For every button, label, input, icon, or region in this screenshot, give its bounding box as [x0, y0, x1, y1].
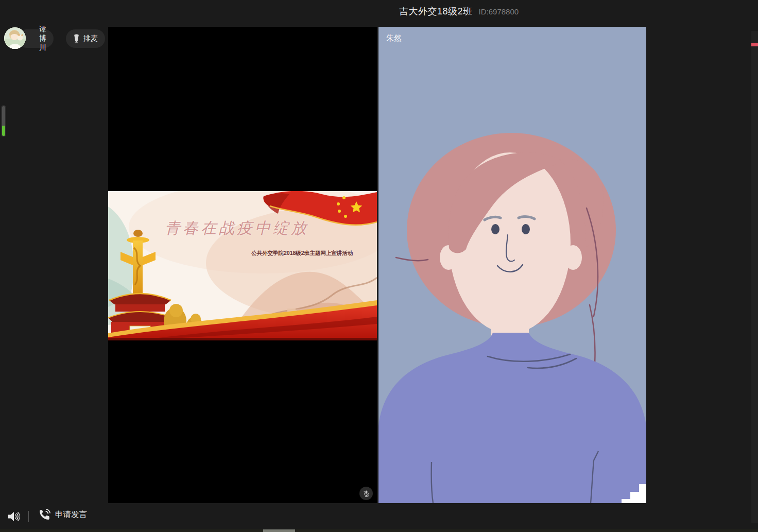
remote-avatar-illustration: [378, 27, 646, 503]
horizontal-scrollbar-thumb[interactable]: [263, 529, 295, 532]
request-speak-button[interactable]: 申请发言: [38, 508, 87, 521]
mic-muted-badge: [359, 487, 373, 500]
stage-video-tile[interactable]: 青春在战疫中绽放 公共外交学院2018级2班主题网上宣讲活动: [108, 27, 377, 503]
horizontal-scrollbar[interactable]: [0, 529, 758, 532]
signal-steps-icon: [622, 484, 646, 503]
phone-call-icon: [38, 508, 51, 521]
ppt-banner-image: 青春在战疫中绽放 公共外交学院2018级2班主题网上宣讲活动: [108, 191, 377, 340]
banner-subtitle: 公共外交学院2018级2班主题网上宣讲活动: [251, 250, 353, 257]
room-title: 吉大外交18级2班: [399, 5, 473, 18]
header: 吉大外交18级2班 ID:6978800: [399, 5, 519, 18]
mic-muted-icon: [363, 490, 370, 497]
speaker-icon: [7, 510, 20, 523]
mic-queue-button[interactable]: 排麦: [66, 29, 105, 48]
anime-character-avatar-icon: [4, 27, 26, 49]
audio-level-meter: [1, 105, 6, 137]
banner-art: [108, 191, 377, 340]
scroll-red-marker: [751, 43, 758, 46]
request-speak-label: 申请发言: [55, 509, 87, 520]
bottom-control-bar: 申请发言: [0, 504, 206, 529]
self-name-label: 谭博川: [39, 25, 46, 53]
remote-name-label: 朱然: [386, 33, 402, 43]
banner-title: 青春在战疫中绽放: [165, 218, 324, 239]
app-root: 吉大外交18级2班 ID:6978800 谭博川: [0, 0, 758, 532]
audio-level-fill: [2, 126, 5, 136]
room-id: ID:6978800: [479, 7, 519, 16]
speaker-button[interactable]: [7, 510, 20, 523]
microphone-icon: [73, 34, 80, 44]
bottom-bar-divider: [28, 511, 29, 522]
mic-queue-label: 排麦: [83, 34, 98, 43]
vertical-scrollbar[interactable]: [751, 31, 758, 523]
remote-video-tile[interactable]: 朱然: [378, 27, 646, 503]
self-avatar: [4, 27, 26, 49]
